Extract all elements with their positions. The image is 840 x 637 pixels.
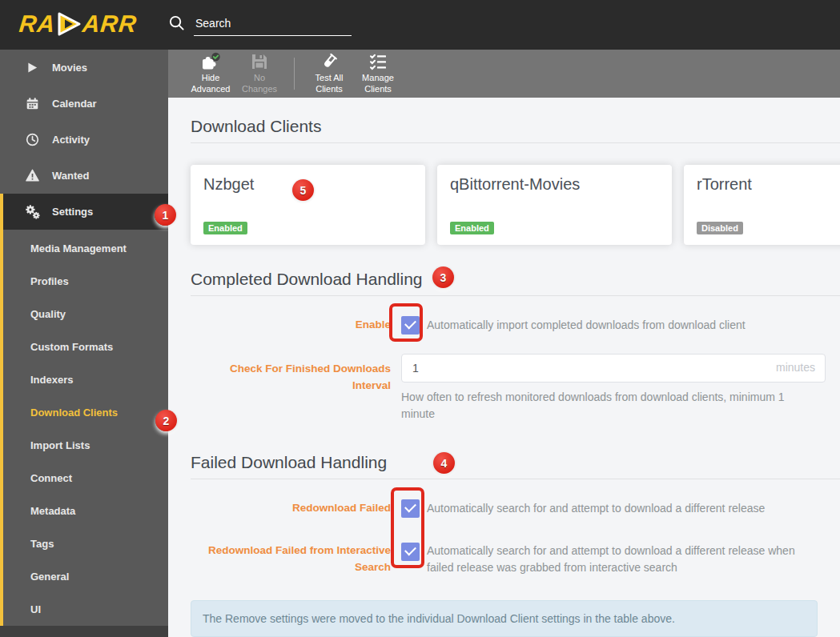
form-label-redownload: Redownload Failed (191, 500, 391, 517)
search-icon (168, 14, 185, 31)
sidebar-item-label: Settings (52, 206, 93, 218)
sidebar-item-label: Calendar (52, 98, 97, 110)
sidebar-item-download-clients[interactable]: Download Clients (3, 396, 168, 429)
sidebar-item-wanted[interactable]: Wanted (0, 158, 168, 194)
sidebar: Movies Calendar (0, 50, 168, 637)
sidebar-item-import-lists[interactable]: Import Lists (3, 429, 168, 462)
download-client-cards: Nzbget Enabled qBittorrent-Movies Enable… (191, 165, 840, 245)
toolbar-separator (294, 58, 295, 90)
play-icon (25, 62, 40, 74)
sidebar-item-indexers[interactable]: Indexers (3, 363, 168, 396)
client-name: qBittorrent-Movies (450, 175, 659, 194)
search-bar (168, 14, 352, 36)
settings-content: Download Clients Nzbget Enabled qBittorr… (168, 98, 840, 637)
redownload-help-text: Automatically search for and attempt to … (427, 500, 765, 517)
warning-icon (25, 169, 40, 182)
redownload-row: Redownload Failed Automatically search f… (191, 499, 840, 518)
interval-unit: minutes (776, 361, 815, 374)
top-header: RA ARR (0, 0, 840, 50)
clock-icon (25, 133, 40, 146)
sidebar-item-profiles[interactable]: Profiles (3, 265, 168, 298)
sidebar-item-custom-formats[interactable]: Custom Formats (3, 331, 168, 363)
sidebar-item-calendar[interactable]: Calendar (0, 86, 168, 122)
play-triangle-icon (54, 10, 84, 38)
redownload-interactive-row: Redownload Failed from Interactive Searc… (191, 543, 840, 576)
sidebar-item-label: Wanted (52, 170, 89, 182)
sidebar-item-movies[interactable]: Movies (0, 50, 168, 86)
client-card-qbittorrent[interactable]: qBittorrent-Movies Enabled (437, 165, 672, 245)
sidebar-footer (0, 626, 168, 637)
enable-help-text: Automatically import completed downloads… (427, 317, 746, 334)
status-badge: Disabled (697, 222, 743, 234)
failed-form: Redownload Failed Automatically search f… (191, 499, 840, 576)
gears-icon (25, 204, 40, 219)
enable-row: Enable Automatically import completed do… (191, 316, 840, 335)
settings-submenu: Media Management Profiles Quality Custom… (0, 230, 168, 626)
client-card-nzbget[interactable]: Nzbget Enabled (191, 165, 425, 245)
redownload-interactive-help-text: Automatically search for and attempt to … (427, 543, 800, 576)
sidebar-item-quality[interactable]: Quality (3, 298, 168, 331)
redownload-checkbox[interactable] (401, 499, 420, 518)
logo-text-right: ARR (82, 10, 139, 38)
logo-text-left: RA (18, 10, 57, 38)
radarr-logo[interactable]: RA ARR (19, 10, 137, 38)
interval-help-text: How often to refresh monitored downloads… (401, 389, 798, 423)
sidebar-item-media-management[interactable]: Media Management (3, 232, 168, 265)
sidebar-item-connect[interactable]: Connect (3, 462, 168, 495)
checklist-icon (368, 52, 388, 71)
client-card-rtorrent[interactable]: rTorrent Disabled (684, 165, 840, 245)
hide-advanced-button[interactable]: Hide Advanced (187, 52, 234, 95)
page-title: Download Clients (191, 117, 840, 143)
search-input[interactable] (194, 17, 352, 36)
toolbar: Hide Advanced No Changes Test All Clien (168, 50, 840, 98)
client-name: rTorrent (697, 175, 840, 194)
sidebar-item-activity[interactable]: Activity (0, 122, 168, 158)
notice-box: The Remove settings were moved to the in… (191, 600, 818, 637)
client-name: Nzbget (203, 175, 412, 194)
interval-input[interactable] (401, 354, 826, 383)
form-label-interval: Check For Finished Downloads Interval (191, 354, 391, 423)
save-icon (251, 52, 268, 71)
section-title-failed: Failed Download Handling (191, 453, 840, 479)
radarr-app: RA ARR Movies (0, 0, 840, 637)
form-label-redownload-interactive: Redownload Failed from Interactive Searc… (191, 543, 391, 576)
redownload-interactive-checkbox[interactable] (401, 543, 420, 561)
sidebar-item-tags[interactable]: Tags (3, 527, 168, 560)
puzzle-check-icon (200, 52, 221, 71)
manage-clients-button[interactable]: Manage Clients (355, 52, 401, 95)
sidebar-item-label: Movies (52, 62, 87, 74)
sidebar-item-label: Activity (52, 134, 90, 146)
test-all-clients-button[interactable]: Test All Clients (306, 52, 352, 95)
save-changes-button[interactable]: No Changes (236, 52, 283, 95)
status-badge: Enabled (450, 222, 494, 234)
test-tube-icon (320, 52, 339, 71)
sidebar-item-metadata[interactable]: Metadata (3, 495, 168, 527)
status-badge: Enabled (203, 222, 247, 234)
section-title-completed: Completed Download Handling (191, 270, 840, 296)
sidebar-item-general[interactable]: General (3, 560, 168, 593)
completed-form: Enable Automatically import completed do… (191, 316, 840, 423)
sidebar-item-settings[interactable]: Settings (0, 194, 168, 230)
enable-checkbox[interactable] (401, 316, 420, 335)
form-label-enable: Enable (191, 317, 391, 334)
sidebar-item-ui[interactable]: UI (3, 593, 168, 626)
calendar-icon (25, 97, 40, 110)
interval-row: Check For Finished Downloads Interval mi… (191, 354, 840, 423)
